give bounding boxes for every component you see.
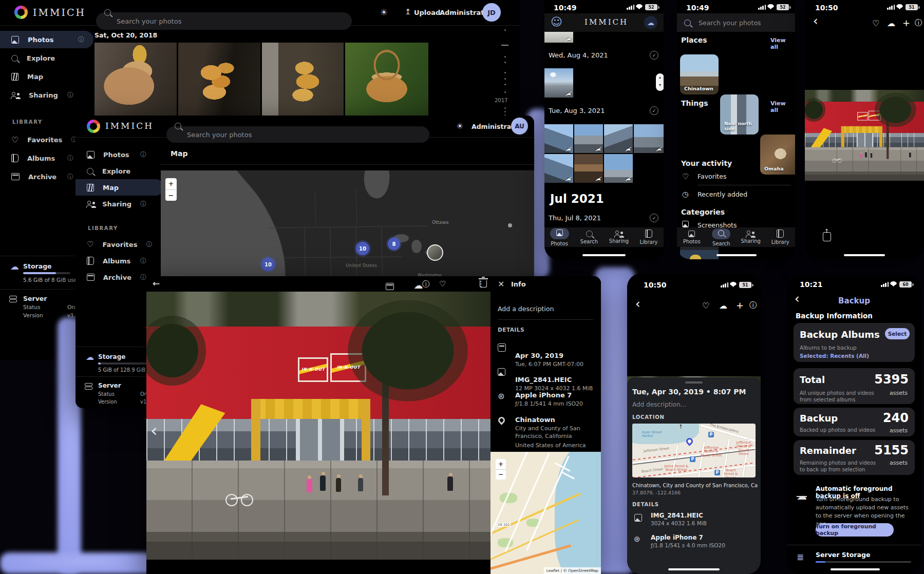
select-day-check-icon[interactable]: ✓ [650,51,658,60]
map-cluster-marker[interactable]: 8 [388,238,400,250]
search-placeholder[interactable]: Search your photos [699,19,761,27]
back-chevron-icon[interactable]: ‹ [813,15,818,27]
sidebar-item-explore[interactable]: Explore [0,49,94,67]
photo-thumbnail[interactable]: ☁ [544,154,573,183]
turn-on-foreground-backup-button[interactable]: Turn on foreground backup [816,523,894,537]
nav-item-sharing[interactable]: Sharing [605,231,633,244]
avatar[interactable]: AU [511,118,528,135]
add-to-album-plus-icon[interactable]: + [736,300,744,311]
sidebar-item-map-selected[interactable]: Map [76,179,164,196]
location-map[interactable]: US 101 + − Leaflet | © OpenStreetMap [491,452,601,574]
location-map[interactable]: P P P † Hyde Street Harbor Jefferson Str… [632,424,756,477]
photo-viewer[interactable]: IN-N-OUT IN-N-OUT [805,90,924,181]
back-icon[interactable]: ← [153,278,160,289]
server-status-smiley-icon[interactable]: ☺ [551,15,562,28]
select-day-check-icon[interactable]: ✓ [650,214,658,222]
zoom-in-button[interactable]: + [165,178,177,190]
photo-thumbnail[interactable]: ☁ [604,154,633,183]
backup-avatar[interactable]: ☁ [644,16,657,29]
sidebar-item-albums[interactable]: Albums ⓘ [76,253,161,269]
photo-thumbnail[interactable] [95,43,177,118]
cloud-backup-icon[interactable]: ☁ [413,281,423,290]
detail-location-sub: City and County of San Francisco, Califo… [515,425,595,441]
cloud-upload-icon[interactable]: ☁ [887,18,895,28]
map-dot-marker[interactable] [508,223,512,227]
photo-viewer[interactable]: IN-N-OUT IN-N-OUT ‹ [146,292,491,560]
photo-thumbnail[interactable] [178,43,260,118]
activity-item-recently-added[interactable]: ◷ Recently added [677,189,795,200]
map-label-mason: Beach Street & Mason [721,469,741,477]
place-card-chinatown[interactable]: Chinatown [680,54,719,94]
nav-item-library[interactable]: Library [634,229,663,245]
archive-action-icon[interactable] [386,283,394,290]
cloud-upload-icon[interactable]: ☁ [719,301,727,311]
back-chevron-icon[interactable]: ‹ [635,298,640,310]
search-header[interactable]: Search your photos [677,13,795,32]
places-view-all[interactable]: View all [770,37,795,50]
map-zoom-control[interactable]: + − [496,459,506,480]
avatar[interactable]: JD [482,3,501,22]
select-day-check-icon[interactable]: ✓ [650,106,658,115]
sidebar-item-photos[interactable]: Photos ⓘ [76,146,161,163]
sidebar-item-favorites[interactable]: ♡ Favorites ⓘ [76,236,161,253]
nav-item-photos[interactable]: Photos [677,231,706,244]
add-to-album-plus-icon[interactable]: + [902,17,910,28]
things-view-all[interactable]: View all [770,100,795,113]
upload-button[interactable]: Upload [414,9,440,16]
theme-toggle-sun-icon[interactable]: ☀ [380,7,388,17]
sidebar-item-sharing[interactable]: Sharing ⓘ [0,86,94,104]
nav-item-search[interactable]: Search [575,231,604,244]
timeline-scroll-handle[interactable]: ▴ ▾ [656,73,664,91]
sidebar-item-sharing[interactable]: Sharing ⓘ [76,196,161,212]
info-badge-icon: ⓘ [78,35,84,44]
info-icon[interactable]: ⓘ [915,18,922,28]
favorite-heart-icon[interactable]: ♡ [439,279,446,289]
photo-thumbnail[interactable] [262,43,344,118]
photo-thumbnail[interactable]: ☁ [574,124,603,153]
battery-icon: 60 [899,281,912,288]
photo-thumbnail[interactable] [345,43,428,118]
zoom-in-button[interactable]: + [496,459,506,470]
map-cluster-marker[interactable]: 10 [261,258,275,271]
detail-bottom-sheet[interactable]: Tue, Apr 30, 2019 • 8:07 PM Add descript… [627,377,761,574]
photo-thumbnail[interactable]: ☁ [544,68,573,98]
zoom-out-button[interactable]: − [165,190,177,201]
info-icon[interactable]: ⓘ [749,301,757,310]
info-action-icon[interactable]: ⓘ [422,280,429,289]
timeline-scrubber[interactable]: 2017 [493,26,517,123]
favorite-heart-icon[interactable]: ♡ [702,301,709,311]
nav-item-sharing[interactable]: Sharing [737,231,765,244]
sheet-drag-handle[interactable] [685,381,703,384]
photo-thumbnail-partial[interactable]: ☁ [544,32,573,43]
place-card-omaha[interactable]: Omaha [760,135,795,175]
more-options-icon[interactable]: ⋮ [477,279,485,289]
nav-item-library[interactable]: Library [766,229,795,245]
search-input[interactable] [166,126,429,143]
nav-item-photos[interactable]: Photos [545,228,574,246]
nav-item-search-selected[interactable]: Search [707,228,736,246]
favorite-heart-icon[interactable]: ♡ [872,18,879,28]
photo-thumbnail[interactable]: ☁ [544,124,573,153]
photo-thumbnail[interactable]: ☁ [634,124,664,153]
sidebar-item-photos[interactable]: Photos ⓘ [0,31,93,48]
previous-photo-chevron[interactable]: ‹ [150,420,158,441]
phone-timeline: 10:49 52 ☺ IMMICH ☁ ☁ Wed, Aug 4, 2021 ✓… [544,0,664,259]
select-albums-button[interactable]: Select [885,328,910,339]
add-description-field[interactable]: Add description... [632,401,686,408]
activity-item-favorites[interactable]: ♡ Favorites [677,171,795,182]
place-card-near-north-side[interactable]: Near north side [720,94,759,135]
map-cluster-marker[interactable]: 10 [356,242,369,255]
theme-toggle-sun-icon[interactable]: ☀ [456,121,463,131]
photo-thumbnail[interactable]: ☁ [574,154,603,183]
search-input[interactable] [96,12,352,30]
close-info-icon[interactable]: × [498,279,504,289]
zoom-out-button[interactable]: − [496,470,506,480]
sidebar-item-explore[interactable]: Explore [76,163,161,179]
add-description-field[interactable]: Add a description [498,305,554,313]
photo-thumbnail[interactable]: ☁ [604,124,633,153]
search-bar[interactable] [166,118,429,135]
map-photo-marker[interactable] [427,244,443,261]
search-bar[interactable] [96,4,352,22]
sidebar-item-map[interactable]: Map [0,68,94,85]
map-zoom-control[interactable]: + − [165,178,177,201]
